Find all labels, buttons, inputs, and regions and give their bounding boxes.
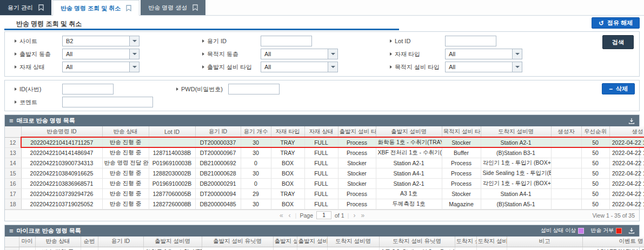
column-header[interactable]: 순번 [81,237,98,247]
목적지 설비 타입-select[interactable]: All [445,62,522,72]
cell: (B)Station B3-1 [481,147,551,158]
column-header[interactable]: 출발지 설비명 [143,237,202,247]
download-icon[interactable] [628,118,635,124]
column-header[interactable]: 출발지 설비명 [376,126,442,137]
column-header[interactable]: 도착지 설비명 [481,126,551,137]
column-header[interactable]: 출발지 설비 [297,237,327,247]
table-row[interactable]: 1620220422103836968571반송 진행 중P0196910002… [5,178,644,188]
bookmark-icon[interactable] [126,5,131,11]
cell: 각인기 1호 - 투입기 (BOX+D [481,158,551,168]
자재 타입-select[interactable]: All [445,49,522,59]
bookmark-icon[interactable] [192,4,198,11]
cell: Station A2-1 [481,137,551,147]
목적지 동층-select[interactable]: All [261,49,338,59]
column-header[interactable]: 생성 일시 [609,126,644,137]
page-input[interactable] [316,211,331,219]
cell: AGV TRAY-FULL OUT 출발 [582,247,644,250]
release-occupancy-button[interactable]: ↺ 점유 해제 [592,17,640,29]
macro-section-header: ≡ 매크로 반송 명령 목록 [5,115,639,126]
cell [551,199,581,209]
filter-field: 목적지 설비 타입All [390,62,639,72]
ID(사번)-input[interactable] [62,84,114,94]
코멘트-input[interactable] [62,97,153,107]
search-button[interactable]: 검색 [602,35,634,49]
column-header[interactable]: 용기 개수 [241,126,271,137]
table-row[interactable]: 1420220422103900734313반송 명령 전달 완료P019691… [5,158,644,168]
tab-container-management[interactable]: 용기 관리 [0,0,51,15]
cell: Process [442,178,481,188]
PWD(비밀번호)-input[interactable] [228,84,280,94]
prev-page-button[interactable]: ‹ [288,212,292,219]
next-page-button[interactable]: › [352,212,356,219]
chevron-down-icon[interactable] [129,49,139,59]
자재 상태-select[interactable]: All [62,62,140,72]
cell: 30 [241,199,271,209]
filter-row: ID(사번)PWD(비밀번호) [5,83,639,96]
tab-transport-query-cancel[interactable]: 반송 명령 조회 및 취소 [52,0,140,16]
출발지 설비 타입-select[interactable]: All [261,62,338,72]
용기 ID-input[interactable] [261,36,312,46]
column-header[interactable]: 출발지 설 [273,237,297,247]
cell: P0196910003B [149,158,195,168]
column-header[interactable]: 마이 [19,237,35,247]
table-row[interactable]: 1320220422104141486947반송 진행 중12871140038… [5,147,644,158]
menu-icon[interactable]: ≡ [9,227,14,235]
chevron-down-icon[interactable] [129,62,139,72]
column-header[interactable]: 반송 상태 [102,126,149,137]
column-header[interactable]: 비고 [507,237,582,247]
cell: P0196910002B [149,178,195,188]
cell: FULL [304,178,338,188]
cell: DT200000337 [195,137,241,147]
menu-icon[interactable]: ≡ [9,117,14,125]
bookmark-icon[interactable] [38,4,44,11]
column-header[interactable]: 자재 타입 [271,126,304,137]
column-header[interactable]: 도착지 설비명 [327,237,379,247]
cell: 50 [581,137,609,147]
column-header[interactable]: 출발지 설비 유닛명 [202,237,273,247]
chevron-down-icon[interactable] [328,62,337,72]
column-header[interactable]: 생성자 [551,126,581,137]
column-header[interactable]: Lot ID [149,126,195,137]
chevron-down-icon[interactable] [328,49,337,59]
cell: Stocker [338,178,376,188]
label-bullet-icon [15,100,17,104]
table-row[interactable]: 1520220422103840916625반송 진행 중12882030002… [5,168,644,178]
table-row[interactable]: 1220220422104141711257반송 진행 중DT200000337… [5,137,644,147]
delete-button[interactable]: − 삭제 [602,83,635,94]
row-number: 18 [5,199,21,209]
first-page-button[interactable]: « [278,212,284,219]
column-header[interactable]: 용기 ID [98,237,143,247]
column-header[interactable]: 용기 ID [195,126,241,137]
column-header[interactable]: 출발지 설비 타입 [338,126,376,137]
cell [551,158,581,168]
chevron-down-icon[interactable] [129,36,139,46]
chevron-down-icon[interactable] [512,49,522,59]
tab-transport-create[interactable]: 반송 명령 생성 [141,0,205,15]
table-row[interactable]: 120반송 진행 중1DT200000337화학동 1호 - 수취기(TRAYT… [5,247,644,250]
column-header[interactable]: 목적지 설비 타입 [442,126,481,137]
table-row[interactable]: 1820220422103719025052반송 진행 중12827260008… [5,199,644,209]
column-header[interactable]: 우선순위 [581,126,609,137]
label-bullet-icon [15,87,17,91]
chevron-down-icon[interactable] [512,62,522,72]
cell: 50 [581,168,609,178]
Lot ID-input[interactable] [445,36,496,46]
column-header[interactable]: 반송 상태 [35,237,81,247]
table-row[interactable]: 1720220422103739294726반송 진행 중12877060005… [5,188,644,199]
download-icon[interactable] [628,227,635,234]
last-page-button[interactable]: » [360,212,366,219]
출발지 동층-select[interactable]: All [62,49,140,59]
cell: 2022-04-22 10:37:39.590 [609,188,644,199]
column-header[interactable]: 자재 상태 [304,126,338,137]
column-header[interactable]: 이벤트 명 [582,237,644,247]
filter-row: 사이트B2용기 IDLot ID [5,35,639,48]
page-title: 반송 명령 조회 및 취소 [16,19,82,29]
legend-label: 설비 상태 이상 [541,227,576,234]
사이트-select[interactable]: B2 [62,36,140,46]
cell: 50 [581,199,609,209]
select-value: All [446,62,512,72]
column-header[interactable]: 도착지 설 [455,237,476,247]
column-header[interactable]: 도착지 설비 유닛명 [379,237,455,247]
column-header[interactable]: 도착지 설비 [476,237,507,247]
column-header[interactable]: 반송명령 ID [21,126,102,137]
